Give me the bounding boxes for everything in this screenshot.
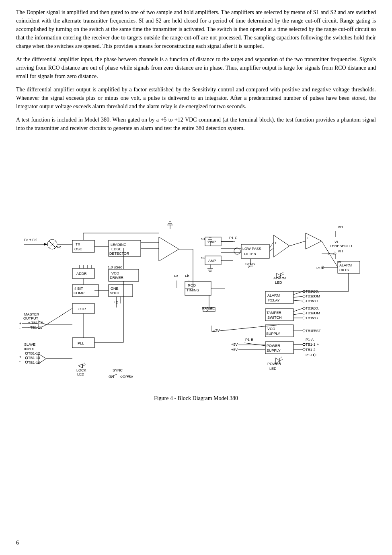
svg-text:ADDR: ADDR — [76, 272, 87, 276]
svg-text:+2: +2 — [114, 300, 118, 304]
svg-text:-: - — [19, 359, 21, 363]
svg-text:Fc  +  Fd: Fc + Fd — [24, 238, 37, 242]
svg-text:ALARM: ALARM — [267, 293, 280, 297]
svg-text:VL: VL — [335, 240, 339, 244]
svg-text:N.C.: N.C. — [312, 299, 319, 303]
svg-text:TAMPER: TAMPER — [267, 311, 281, 315]
svg-text:FILTER: FILTER — [244, 252, 257, 256]
svg-point-152 — [303, 307, 305, 309]
svg-text:INPUT: INPUT — [24, 347, 35, 351]
paragraph-2: At the differential amplifier input, the… — [16, 55, 376, 80]
svg-text:SUPPLY: SUPPLY — [266, 332, 280, 336]
svg-text:SYNC: SYNC — [113, 368, 123, 372]
svg-point-184 — [303, 349, 305, 351]
svg-text:CTR: CTR — [78, 307, 86, 311]
svg-line-131 — [281, 272, 283, 274]
svg-point-167 — [303, 330, 305, 332]
svg-point-74 — [121, 376, 122, 378]
svg-text:OSC: OSC — [74, 247, 82, 251]
svg-text:LED: LED — [77, 372, 84, 376]
svg-text:SUPPLY: SUPPLY — [267, 349, 281, 353]
svg-text:CKTS: CKTS — [339, 268, 349, 272]
svg-line-67 — [83, 363, 85, 364]
svg-line-161 — [293, 313, 303, 315]
svg-text:LED: LED — [269, 367, 277, 371]
svg-text:COM: COM — [312, 294, 320, 298]
svg-text:Fa: Fa — [174, 274, 179, 278]
svg-text:S2: S2 — [201, 256, 205, 260]
svg-line-226 — [269, 242, 273, 248]
svg-text:P1-D: P1-D — [306, 353, 314, 357]
svg-line-194 — [280, 357, 282, 358]
svg-text:TIMING: TIMING — [187, 288, 199, 292]
svg-text:Fb: Fb — [185, 274, 189, 278]
svg-text:VH: VH — [338, 225, 343, 229]
svg-text:+9V: +9V — [231, 342, 238, 347]
svg-text:LOW-PASS: LOW-PASS — [242, 247, 261, 251]
svg-text:SHOT: SHOT — [110, 291, 120, 295]
svg-text:TEST: TEST — [312, 329, 321, 333]
svg-line-132 — [281, 274, 284, 275]
svg-text:4 BIT: 4 BIT — [74, 287, 83, 291]
svg-text:TX: TX — [76, 242, 80, 246]
svg-text:AMP: AMP — [208, 259, 216, 263]
svg-text:P1-C: P1-C — [229, 236, 238, 240]
svg-text:+: + — [317, 342, 319, 347]
svg-text:POWER: POWER — [267, 344, 281, 348]
svg-marker-65 — [78, 364, 82, 368]
svg-text:RANGE: RANGE — [202, 306, 215, 310]
svg-point-143 — [303, 300, 305, 302]
svg-point-155 — [303, 312, 305, 314]
page-content: The Doppler signal is amplified and then… — [16, 8, 376, 402]
svg-line-174 — [244, 343, 265, 346]
svg-text:P1-F: P1-F — [316, 266, 324, 270]
svg-point-140 — [303, 295, 305, 297]
svg-line-98 — [248, 266, 250, 268]
svg-text:AMP: AMP — [208, 240, 216, 244]
svg-text:LOCK: LOCK — [76, 368, 86, 372]
svg-text:THRESHOLD: THRESHOLD — [330, 244, 352, 248]
svg-text:+: + — [19, 322, 21, 326]
svg-text:RCO: RCO — [188, 283, 196, 287]
svg-text:COM: COM — [312, 311, 320, 315]
paragraph-4: A test function is included in Model 380… — [16, 116, 376, 132]
svg-marker-17 — [159, 237, 179, 261]
svg-point-56 — [25, 352, 28, 355]
svg-line-68 — [83, 365, 86, 366]
svg-text:TB1-2: TB1-2 — [306, 348, 316, 352]
svg-text:LEADING: LEADING — [111, 243, 127, 247]
svg-text:-: - — [307, 242, 308, 246]
svg-line-195 — [280, 359, 283, 361]
svg-text:+: + — [307, 236, 309, 240]
svg-text:+5V: +5V — [231, 348, 238, 352]
svg-text:VCO: VCO — [267, 327, 275, 331]
svg-text:Fc: Fc — [57, 245, 61, 249]
svg-text:ALARM: ALARM — [339, 263, 352, 267]
svg-text:-: - — [275, 247, 276, 251]
svg-text:SLAVE: SLAVE — [24, 342, 35, 347]
svg-text:P1-A: P1-A — [306, 338, 314, 342]
page-number: 6 — [16, 538, 19, 547]
svg-text:+7V: +7V — [213, 328, 220, 332]
svg-text:SENS: SENS — [245, 262, 255, 266]
svg-point-189 — [314, 354, 316, 356]
paragraph-1: The Doppler signal is amplified and then… — [16, 8, 376, 50]
svg-line-203 — [46, 308, 72, 325]
svg-text:TB1-1: TB1-1 — [306, 342, 316, 347]
svg-text:VCO: VCO — [111, 271, 119, 275]
svg-text:LED: LED — [275, 281, 282, 285]
svg-point-58 — [25, 361, 28, 363]
block-diagram-svg: Fc + Fd Fc TX OSC LEADING EDGE DETECTOR — [16, 140, 376, 390]
svg-text:+: + — [275, 241, 277, 245]
svg-text:+5V: +5V — [127, 375, 133, 379]
svg-line-147 — [293, 300, 303, 301]
figure-caption: Figure 4 - Block Diagram Model 380 — [16, 394, 376, 402]
svg-text:-: - — [19, 326, 21, 330]
svg-line-146 — [293, 296, 303, 297]
svg-text:DRIVER: DRIVER — [110, 276, 124, 280]
svg-marker-223 — [273, 235, 289, 257]
svg-line-227 — [269, 248, 273, 251]
svg-text:EDGE: EDGE — [111, 247, 122, 251]
svg-marker-114 — [306, 233, 322, 249]
svg-text:S1: S1 — [201, 237, 205, 241]
